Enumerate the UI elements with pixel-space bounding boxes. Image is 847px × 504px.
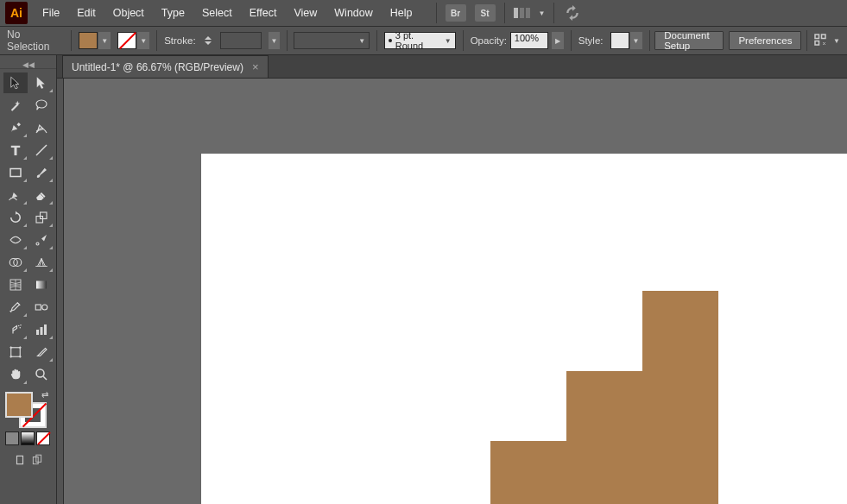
stroke-weight-field[interactable] bbox=[220, 32, 262, 49]
curvature-tool[interactable] bbox=[29, 117, 54, 138]
width-tool[interactable] bbox=[3, 230, 28, 250]
svg-point-17 bbox=[36, 369, 44, 377]
close-tab-icon[interactable]: × bbox=[252, 60, 259, 73]
magic-wand-tool[interactable] bbox=[3, 95, 28, 116]
stroke-weight-stepper[interactable] bbox=[203, 32, 213, 49]
divider bbox=[71, 30, 72, 51]
style-label: Style: bbox=[578, 35, 604, 46]
rectangle-tool[interactable] bbox=[3, 162, 28, 183]
swap-fill-stroke-icon[interactable]: ⇄ bbox=[41, 390, 48, 400]
tools-panel: ◀◀ bbox=[0, 55, 57, 504]
zoom-tool[interactable] bbox=[29, 364, 54, 385]
document-tab[interactable]: Untitled-1* @ 66.67% (RGB/Preview) × bbox=[62, 55, 269, 78]
menu-file[interactable]: File bbox=[35, 3, 67, 22]
draw-normal-icon[interactable] bbox=[13, 454, 27, 469]
svg-point-3 bbox=[36, 243, 39, 245]
chevron-down-icon: ▼ bbox=[98, 32, 111, 49]
stroke-swatch-dropdown[interactable]: ▼ bbox=[117, 32, 149, 49]
chevron-down-icon[interactable]: ▼ bbox=[833, 37, 840, 45]
menu-help[interactable]: Help bbox=[382, 3, 420, 22]
pen-tool[interactable] bbox=[3, 117, 28, 138]
arrange-documents-button[interactable] bbox=[514, 8, 530, 18]
none-mode-button[interactable] bbox=[36, 432, 50, 445]
svg-rect-2 bbox=[41, 212, 47, 219]
lasso-tool[interactable] bbox=[29, 95, 54, 116]
menu-select[interactable]: Select bbox=[194, 3, 240, 22]
menu-view[interactable]: View bbox=[286, 3, 325, 22]
preferences-button[interactable]: Preferences bbox=[729, 31, 801, 50]
divider bbox=[649, 30, 650, 51]
menu-object[interactable]: Object bbox=[105, 3, 152, 22]
bridge-button[interactable]: Br bbox=[446, 4, 466, 22]
eyedropper-tool[interactable] bbox=[3, 297, 28, 318]
svg-rect-0 bbox=[10, 169, 21, 177]
menu-type[interactable]: Type bbox=[154, 3, 193, 22]
divider bbox=[287, 30, 288, 51]
direct-selection-tool[interactable] bbox=[29, 72, 54, 93]
mesh-tool[interactable] bbox=[3, 274, 28, 295]
slice-tool[interactable] bbox=[29, 342, 54, 362]
brush-definition-dropdown[interactable]: 3 pt. Round ▼ bbox=[384, 32, 456, 49]
menu-window[interactable]: Window bbox=[326, 3, 380, 22]
no-stroke-swatch bbox=[117, 32, 136, 49]
align-to-icon[interactable] bbox=[812, 32, 828, 50]
perspective-grid-tool[interactable] bbox=[29, 252, 54, 273]
svg-point-9 bbox=[42, 305, 47, 310]
canvas[interactable] bbox=[57, 79, 847, 504]
svg-rect-8 bbox=[35, 305, 41, 310]
svg-rect-20 bbox=[35, 455, 41, 462]
line-segment-tool[interactable] bbox=[29, 140, 54, 161]
fill-stroke-indicator[interactable]: ⇄ bbox=[5, 392, 47, 428]
symbol-sprayer-tool[interactable] bbox=[3, 319, 28, 340]
artwork-shape[interactable] bbox=[490, 441, 568, 504]
fill-color-swatch[interactable] bbox=[5, 392, 33, 418]
type-tool[interactable] bbox=[3, 140, 28, 161]
svg-rect-18 bbox=[16, 456, 22, 463]
color-mode-button[interactable] bbox=[5, 432, 19, 445]
menu-effect[interactable]: Effect bbox=[242, 3, 285, 22]
stock-button[interactable]: St bbox=[475, 4, 496, 22]
menu-edit[interactable]: Edit bbox=[69, 3, 104, 22]
paintbrush-tool[interactable] bbox=[29, 162, 54, 183]
free-transform-tool[interactable] bbox=[29, 230, 54, 250]
blend-tool[interactable] bbox=[29, 297, 54, 318]
gradient-mode-button[interactable] bbox=[21, 432, 35, 445]
chevron-down-icon: ▼ bbox=[137, 32, 149, 49]
selection-status: No Selection bbox=[7, 28, 59, 53]
hand-tool[interactable] bbox=[3, 364, 28, 385]
chevron-down-icon: ▼ bbox=[630, 32, 642, 49]
document-setup-button[interactable]: Document Setup bbox=[654, 31, 724, 50]
artwork-shape[interactable] bbox=[566, 371, 644, 504]
panel-collapse-handle[interactable]: ◀◀ bbox=[0, 60, 56, 69]
fill-swatch bbox=[79, 32, 98, 49]
draw-behind-icon[interactable] bbox=[30, 454, 44, 469]
graphic-style-dropdown[interactable]: ▼ bbox=[610, 32, 642, 49]
divider bbox=[156, 30, 157, 51]
chevron-down-icon[interactable]: ▼ bbox=[269, 32, 279, 49]
shaper-tool[interactable] bbox=[3, 185, 28, 205]
chevron-down-icon[interactable]: ▼ bbox=[539, 9, 546, 17]
divider bbox=[436, 3, 437, 23]
artboard-tool[interactable] bbox=[3, 342, 28, 362]
chevron-right-icon[interactable]: ▶ bbox=[552, 32, 564, 49]
artwork-shape[interactable] bbox=[642, 291, 718, 504]
style-swatch bbox=[610, 32, 629, 49]
opacity-label: Opacity: bbox=[471, 35, 507, 46]
gradient-tool[interactable] bbox=[29, 274, 54, 295]
fill-swatch-dropdown[interactable]: ▼ bbox=[79, 32, 111, 49]
scale-tool[interactable] bbox=[29, 207, 54, 228]
svg-rect-13 bbox=[36, 330, 39, 335]
rotate-tool[interactable] bbox=[3, 207, 28, 228]
shape-builder-tool[interactable] bbox=[3, 252, 28, 273]
opacity-field[interactable]: 100% bbox=[510, 32, 548, 49]
stroke-label: Stroke: bbox=[164, 35, 195, 46]
selection-tool[interactable] bbox=[3, 72, 28, 93]
column-graph-tool[interactable] bbox=[29, 319, 54, 340]
eraser-tool[interactable] bbox=[29, 185, 54, 205]
variable-width-profile-dropdown[interactable]: ▼ bbox=[294, 32, 370, 49]
divider bbox=[463, 30, 464, 51]
gpu-preview-icon[interactable] bbox=[563, 5, 582, 21]
app-logo: Ai bbox=[5, 2, 28, 24]
panel-gutter bbox=[57, 79, 64, 504]
svg-point-10 bbox=[18, 325, 20, 327]
